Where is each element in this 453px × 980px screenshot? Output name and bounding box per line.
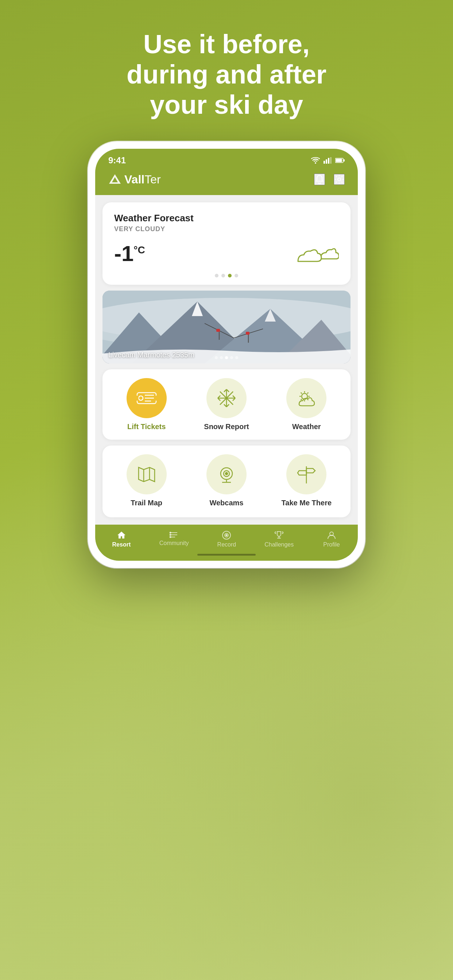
nav-profile[interactable]: Profile	[317, 530, 346, 548]
svg-point-60	[225, 473, 228, 475]
livecam-dot-4	[230, 356, 233, 359]
svg-line-52	[301, 393, 302, 394]
logo-ter: Ter	[144, 173, 161, 186]
nav-challenges-label: Challenges	[265, 541, 293, 548]
take-me-there-label: Take Me There	[282, 499, 332, 507]
dot-1	[215, 274, 219, 277]
lift-tickets-label: Lift Tickets	[127, 423, 166, 431]
nav-community[interactable]: Community	[160, 530, 189, 548]
nav-challenges[interactable]: Challenges	[265, 530, 293, 548]
svg-rect-5	[336, 159, 342, 162]
svg-rect-6	[344, 159, 345, 162]
profile-person-icon	[327, 530, 336, 540]
menu-item-take-me-there[interactable]: Take Me There	[268, 454, 345, 507]
resort-home-icon	[117, 530, 126, 540]
challenges-trophy-icon	[274, 530, 284, 540]
settings-button[interactable]	[334, 174, 345, 185]
temp-value: -1	[114, 241, 134, 266]
app-logo: VallTer	[108, 172, 161, 186]
menu-item-lift-tickets[interactable]: Lift Tickets	[108, 378, 185, 431]
dot-2	[222, 274, 225, 277]
home-bar	[197, 554, 256, 555]
nav-profile-label: Profile	[323, 541, 340, 548]
bottom-nav: Resort Community	[95, 525, 358, 551]
battery-icon	[335, 158, 345, 163]
logo-triangle-icon	[108, 173, 121, 186]
svg-line-54	[308, 393, 309, 394]
clouds-icon	[295, 239, 339, 268]
trail-map-label: Trail Map	[131, 499, 162, 507]
livecam-card[interactable]: Livecam Marmotes 2535m	[102, 291, 351, 363]
menu-row-1: Lift Tickets	[102, 369, 351, 440]
dot-4	[234, 274, 238, 277]
menu-item-trail-map[interactable]: Trail Map	[108, 454, 185, 507]
svg-point-32	[136, 398, 139, 401]
status-time: 9:41	[108, 155, 126, 165]
livecam-dot-3	[225, 356, 228, 359]
svg-rect-25	[246, 332, 249, 335]
weather-label: Weather	[292, 423, 321, 431]
weather-card-subtitle: VERY CLOUDY	[114, 225, 339, 233]
livecam-label: Livecam Marmotes 2535m	[108, 351, 195, 359]
nav-record[interactable]: Record	[212, 530, 241, 548]
home-indicator	[95, 551, 358, 561]
headline-line1: Use it before,	[144, 30, 309, 59]
trail-map-icon-circle	[126, 454, 167, 495]
nav-community-label: Community	[160, 540, 189, 547]
svg-point-72	[226, 535, 227, 536]
nav-resort-label: Resort	[112, 541, 131, 548]
scroll-content: Weather Forecast VERY CLOUDY -1°C	[95, 195, 358, 525]
headline-line2: during and after	[126, 60, 327, 89]
webcams-icon-circle	[206, 454, 247, 495]
svg-line-53	[308, 399, 309, 400]
menu-item-webcams[interactable]: Webcams	[188, 454, 265, 507]
logo-vall: Vall	[124, 173, 144, 186]
bell-button[interactable]	[314, 173, 325, 185]
weather-icon-circle	[286, 378, 327, 418]
svg-rect-3	[330, 157, 332, 164]
carousel-dots	[114, 274, 339, 277]
community-icon	[169, 530, 179, 538]
webcams-label: Webcams	[209, 499, 243, 507]
livecam-dots	[215, 356, 238, 359]
app-header: VallTer	[95, 169, 358, 195]
livecam-dot-5	[235, 356, 238, 359]
snow-report-icon-circle	[206, 378, 247, 418]
menu-item-snow-report[interactable]: Snow Report	[188, 378, 265, 431]
svg-point-69	[170, 537, 171, 538]
signal-icon	[324, 157, 332, 164]
logo-text: VallTer	[124, 172, 161, 186]
temperature-display: -1°C	[114, 241, 145, 266]
weather-body: -1°C	[114, 239, 339, 268]
take-me-there-icon-circle	[286, 454, 327, 495]
svg-point-67	[170, 532, 171, 533]
svg-point-9	[319, 175, 320, 176]
lift-tickets-icon-circle	[126, 378, 167, 418]
status-bar: 9:41	[95, 149, 358, 169]
weather-card: Weather Forecast VERY CLOUDY -1°C	[102, 202, 351, 285]
snow-report-label: Snow Report	[204, 423, 249, 431]
nav-record-label: Record	[217, 541, 236, 548]
wifi-icon	[311, 157, 320, 164]
svg-point-10	[338, 178, 341, 181]
menu-item-weather[interactable]: Weather	[268, 378, 345, 431]
weather-card-title: Weather Forecast	[114, 213, 339, 224]
headline-line3: your ski day	[150, 90, 303, 119]
svg-point-27	[139, 396, 143, 400]
svg-line-55	[301, 399, 302, 400]
svg-rect-1	[326, 159, 327, 164]
livecam-dot-1	[215, 356, 218, 359]
record-icon	[222, 530, 231, 540]
livecam-dot-2	[220, 356, 223, 359]
svg-point-68	[170, 535, 171, 536]
menu-row-2: Trail Map Webcams	[102, 445, 351, 517]
svg-rect-2	[328, 158, 329, 164]
svg-rect-24	[216, 329, 220, 332]
phone-screen: 9:41	[95, 149, 358, 561]
header-icons	[314, 173, 345, 185]
svg-rect-0	[324, 161, 325, 164]
svg-point-34	[155, 398, 158, 401]
temp-unit: °C	[134, 244, 145, 256]
nav-resort[interactable]: Resort	[107, 530, 136, 548]
phone-frame: 9:41	[88, 142, 365, 568]
